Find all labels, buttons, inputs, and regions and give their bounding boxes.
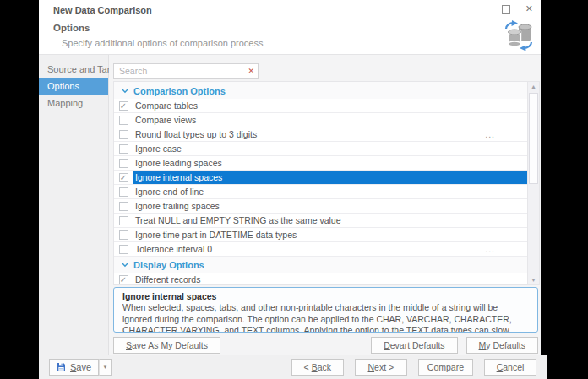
option-description-title: Ignore internal spaces: [122, 291, 529, 301]
scroll-up-icon[interactable]: ▲: [528, 84, 539, 89]
next-button[interactable]: Next >: [355, 359, 407, 376]
checkbox-cell: [114, 214, 133, 227]
option-label: Compare tables: [133, 100, 527, 111]
search-input[interactable]: [117, 65, 248, 77]
save-button[interactable]: Save: [49, 359, 99, 376]
option-row[interactable]: Tolerance interval 0...: [114, 242, 527, 257]
scrollbar-thumb[interactable]: [529, 93, 538, 184]
options-list-items: Comparison Options✓Compare tablesCompare…: [114, 82, 527, 284]
save-icon: [57, 362, 66, 373]
option-label: Ignore end of line: [133, 187, 527, 197]
compare-button[interactable]: Compare: [418, 359, 473, 376]
cancel-button[interactable]: Cancel: [484, 359, 536, 376]
chevron-down-icon: [122, 89, 128, 94]
checkbox[interactable]: [119, 187, 128, 197]
checkbox-cell: [114, 185, 133, 198]
chevron-down-icon: [122, 263, 128, 268]
devart-defaults-button[interactable]: Devart Defaults: [371, 337, 457, 354]
sidebar-item-options[interactable]: Options: [39, 78, 108, 95]
checkbox-cell: ✓: [114, 99, 133, 112]
option-row[interactable]: ✓Different records: [114, 273, 527, 284]
checkbox[interactable]: [119, 216, 128, 225]
save-as-my-defaults-button[interactable]: Save As My Defaults: [113, 337, 220, 354]
option-row-body: Ignore internal spaces: [133, 171, 527, 184]
checkbox[interactable]: [119, 130, 128, 139]
option-row-body: Round float types up to 3 digits...: [133, 127, 527, 141]
option-row[interactable]: Ignore case: [114, 142, 527, 156]
checkbox-cell: [114, 113, 133, 127]
option-label: Compare views: [133, 115, 527, 125]
page-subtitle: Specify additional options of comparison…: [62, 38, 263, 48]
checkbox-cell: ✓: [114, 171, 133, 184]
clear-search-icon[interactable]: ✕: [248, 68, 254, 75]
checkbox-cell: [114, 242, 133, 256]
option-row[interactable]: Ignore leading spaces: [114, 156, 527, 171]
option-label: Treat NULL and EMPTY STRING as the same …: [133, 215, 527, 225]
checkbox[interactable]: ✓: [119, 101, 128, 111]
data-comparison-icon: [503, 20, 535, 55]
window-title: New Data Comparison: [53, 5, 152, 15]
my-defaults-button[interactable]: My Defaults: [466, 337, 538, 354]
option-label: Ignore internal spaces: [133, 172, 527, 182]
section-header-comparison-options[interactable]: Comparison Options: [114, 85, 527, 97]
option-row-body: Treat NULL and EMPTY STRING as the same …: [133, 214, 527, 227]
option-label: Different records: [133, 274, 527, 284]
option-row[interactable]: ✓Ignore internal spaces: [114, 171, 527, 185]
checkbox[interactable]: [119, 245, 128, 254]
checkbox[interactable]: [119, 144, 128, 154]
wizard-sidebar: Source and TargetOptionsMapping: [39, 55, 109, 355]
option-row-body: Ignore end of line: [133, 185, 527, 198]
option-label: Ignore trailing spaces: [133, 201, 527, 211]
sidebar-item-mapping[interactable]: Mapping: [39, 95, 108, 111]
checkbox-cell: [114, 228, 133, 241]
option-row[interactable]: Treat NULL and EMPTY STRING as the same …: [114, 214, 527, 228]
checkbox[interactable]: ✓: [119, 275, 128, 284]
option-row[interactable]: Ignore trailing spaces: [114, 199, 527, 214]
checkbox-cell: [114, 156, 133, 170]
option-row[interactable]: Ignore end of line: [114, 185, 527, 199]
dialog-body: Source and TargetOptionsMapping ✕ Compar…: [39, 55, 541, 355]
checkbox[interactable]: [119, 116, 128, 125]
option-row[interactable]: ✓Compare tables: [114, 99, 527, 113]
scrollbar[interactable]: ▲ ▼: [527, 82, 539, 284]
option-label: Ignore leading spaces: [133, 158, 527, 168]
option-row-body: Compare views: [133, 113, 527, 127]
ellipsis-button[interactable]: ...: [485, 244, 527, 254]
save-dropdown-arrow[interactable]: ▼: [99, 359, 112, 376]
section-title: Display Options: [133, 260, 204, 270]
back-button[interactable]: < Back: [291, 359, 344, 376]
section-title: Comparison Options: [133, 86, 226, 96]
option-label: Tolerance interval 0: [133, 244, 485, 254]
page-title: Options: [53, 23, 90, 33]
section-header-display-options[interactable]: Display Options: [114, 259, 527, 271]
option-label: Ignore time part in DATETIME data types: [133, 230, 527, 240]
checkbox[interactable]: ✓: [119, 173, 128, 182]
close-icon[interactable]: ✕: [524, 2, 535, 16]
checkbox-cell: [114, 142, 133, 155]
scroll-down-icon[interactable]: ▼: [528, 277, 539, 283]
option-row-body: Different records: [133, 273, 527, 284]
defaults-buttons-row: Save As My Defaults Devart Defaults My D…: [113, 337, 538, 354]
checkbox[interactable]: [119, 230, 128, 240]
option-row-body: Ignore trailing spaces: [133, 199, 527, 213]
option-description-text: When selected, spaces, tabs, and other n…: [122, 302, 529, 333]
new-data-comparison-dialog: New Data Comparison ✕ Options Specify ad…: [39, 0, 541, 379]
ellipsis-button[interactable]: ...: [485, 129, 527, 139]
option-label: Ignore case: [133, 143, 527, 154]
checkbox[interactable]: [119, 202, 128, 211]
options-list: Comparison Options✓Compare tablesCompare…: [113, 81, 540, 285]
sidebar-item-source-and-target[interactable]: Source and Target: [39, 61, 108, 78]
save-split-button: Save ▼: [49, 359, 112, 376]
checkbox[interactable]: [119, 159, 128, 168]
dialog-header: New Data Comparison ✕ Options Specify ad…: [39, 0, 541, 55]
option-description-panel: Ignore internal spaces When selected, sp…: [113, 287, 538, 333]
option-row[interactable]: Compare views: [114, 113, 527, 127]
option-row-body: Ignore time part in DATETIME data types: [133, 228, 527, 241]
dialog-footer: Save ▼ < Back Next > Compare Cancel: [39, 355, 547, 379]
option-row-body: Ignore leading spaces: [133, 156, 527, 170]
search-box: ✕: [113, 63, 259, 79]
option-row[interactable]: Ignore time part in DATETIME data types: [114, 228, 527, 242]
option-row[interactable]: Round float types up to 3 digits...: [114, 127, 527, 142]
maximize-button[interactable]: [502, 5, 510, 14]
checkbox-cell: [114, 199, 133, 213]
